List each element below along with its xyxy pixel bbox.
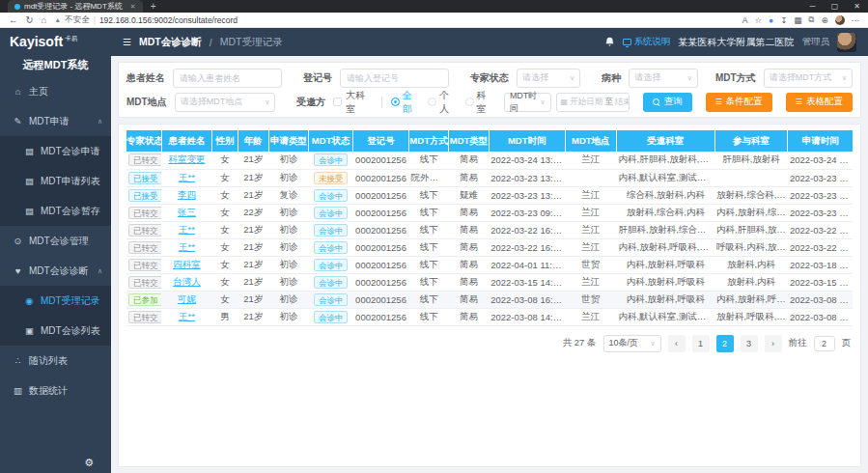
- radio-personal[interactable]: 个人: [428, 89, 456, 116]
- table-row[interactable]: 已接受李四女21岁复诊会诊中0002001256线下疑难2022-03-23 1…: [126, 186, 853, 204]
- radio-all[interactable]: 全部: [391, 89, 419, 116]
- mdt-mode-select[interactable]: 请选择MDT方式 ∨: [764, 69, 853, 88]
- download-icon[interactable]: ↧: [780, 15, 787, 25]
- patient-name-link[interactable]: 王**: [179, 241, 195, 252]
- patient-name-cell[interactable]: 李四: [161, 186, 212, 204]
- more-menu-icon[interactable]: ⋯: [852, 15, 860, 25]
- patient-name-link[interactable]: 王**: [179, 311, 195, 321]
- next-page-button[interactable]: ›: [765, 335, 782, 352]
- table-row[interactable]: 已转交台湾人女21岁初诊会诊中0002001256线下简易2022-03-15 …: [126, 273, 853, 291]
- expert-status-cell: 已转交: [126, 221, 161, 238]
- patient-name-cell[interactable]: 科室变更: [161, 152, 212, 169]
- condition-config-button[interactable]: ☰ 条件配置: [706, 93, 772, 112]
- page-buttons: 123: [692, 335, 758, 352]
- patient-name-link[interactable]: 王**: [179, 172, 195, 182]
- menu-collapse-icon[interactable]: ☰: [123, 37, 131, 47]
- settings-gear-icon[interactable]: ⚙: [84, 457, 94, 469]
- radio-dot: [465, 97, 474, 106]
- gender-cell: 女: [212, 256, 238, 273]
- table-row[interactable]: 已接受王**女21岁初诊未接受0002001256院外线上简易2022-03-2…: [126, 169, 853, 186]
- sidebar-item-mdt-consult-draft[interactable]: ▤MDT会诊暂存: [0, 196, 111, 226]
- window-maximize-button[interactable]: ▢: [824, 2, 846, 11]
- dept-checkbox[interactable]: [333, 97, 342, 106]
- patient-name-cell[interactable]: 王**: [161, 308, 212, 325]
- profile-sync-icon[interactable]: ●: [769, 15, 773, 25]
- mdt-status-tag: 会诊中: [314, 311, 349, 323]
- heart-icon: ♥: [13, 265, 23, 276]
- back-icon[interactable]: ←: [9, 15, 18, 25]
- tab-close-icon[interactable]: ✕: [130, 3, 136, 11]
- home-icon[interactable]: ⌂: [41, 15, 46, 25]
- sidebar-item-statistics[interactable]: ▥数据统计: [0, 376, 111, 405]
- config-icon: ☰: [715, 97, 722, 106]
- page-size-select[interactable]: 10条/页 ∨: [603, 335, 661, 352]
- window-minimize-button[interactable]: ─: [801, 2, 824, 11]
- sidebar-item-mdt-accept-record[interactable]: ◉MDT受理记录: [0, 286, 111, 316]
- table-row[interactable]: 已转交王**男21岁初诊会诊中0002001256线下简易2022-03-08 …: [126, 308, 853, 325]
- sidebar-item-mdt-manage[interactable]: ⊙MDT会诊管理: [0, 226, 111, 256]
- window-close-button[interactable]: ✕: [846, 2, 868, 11]
- mdt-place-select[interactable]: 请选择MDT地点 ∨: [175, 93, 276, 112]
- breadcrumb-current[interactable]: MDT受理记录: [220, 36, 283, 49]
- patient-name-cell[interactable]: 张三: [161, 204, 212, 221]
- table-row[interactable]: 已转交科室变更女21岁初诊会诊中0002001256线下简易2022-03-24…: [126, 152, 853, 169]
- table-row[interactable]: 已转交王**女21岁初诊会诊中0002001256线下简易2022-03-22 …: [126, 238, 853, 256]
- copy-icon[interactable]: ⧉: [808, 14, 814, 25]
- sidebar-item-mdt-apply[interactable]: ✎MDT申请∧: [0, 106, 111, 136]
- goto-page-input[interactable]: [814, 336, 835, 351]
- patient-name-cell[interactable]: 台湾人: [161, 273, 212, 291]
- sidebar-item-followup-list[interactable]: ∴随访列表: [0, 346, 111, 376]
- radio-dept[interactable]: 科室: [465, 89, 493, 116]
- table-row[interactable]: 已转交王**女21岁初诊会诊中0002001256线下简易2022-03-22 …: [126, 221, 853, 238]
- patient-name-cell[interactable]: 王**: [161, 169, 212, 186]
- mdt-status-tag: 会诊中: [314, 153, 349, 166]
- patient-name-link[interactable]: 台湾人: [173, 276, 201, 287]
- reg-no-input[interactable]: [340, 69, 449, 88]
- table-row[interactable]: 已转交四科室女21岁初诊会诊中0002001256线下简易2022-04-01 …: [126, 256, 853, 273]
- browser-tab[interactable]: mdt受理记录 - 远程MDT系统 ✕: [8, 0, 143, 13]
- table-config-button[interactable]: ☰ 表格配置: [786, 93, 853, 112]
- patient-name-link[interactable]: 王**: [179, 224, 195, 235]
- patient-name-link[interactable]: 科室变更: [168, 153, 205, 164]
- browser-profile-avatar[interactable]: [835, 15, 845, 25]
- bell-icon[interactable]: [604, 37, 615, 47]
- patient-name-link[interactable]: 李四: [178, 189, 196, 200]
- patient-name-link[interactable]: 可妮: [178, 293, 196, 304]
- table-row[interactable]: 已参加可妮女21岁初诊会诊中0002001256线下简易2022-03-08 1…: [126, 291, 853, 308]
- extensions-icon[interactable]: ⊕: [821, 15, 827, 25]
- page-button-2[interactable]: 2: [716, 335, 734, 352]
- read-aloud-icon[interactable]: A: [742, 15, 748, 25]
- sidebar-item-mdt-apply-list[interactable]: ▤MDT申请列表: [0, 166, 111, 196]
- doc-icon: ▤: [24, 206, 35, 216]
- refresh-icon[interactable]: ↻: [26, 15, 34, 25]
- table-row[interactable]: 已转交张三女22岁初诊会诊中0002001256线下简易2022-03-23 0…: [126, 204, 853, 221]
- favorite-star-icon[interactable]: ☆: [754, 15, 762, 25]
- patient-name-cell[interactable]: 王**: [161, 221, 212, 238]
- sidebar-item-home[interactable]: ⌂主页: [0, 76, 111, 106]
- system-help-link[interactable]: 系统说明: [623, 36, 671, 48]
- patient-name-link[interactable]: 四科室: [173, 259, 201, 269]
- patient-name-link[interactable]: 张三: [178, 207, 196, 217]
- patient-name-input[interactable]: [173, 69, 282, 88]
- patient-name-cell[interactable]: 王**: [161, 238, 212, 256]
- search-button[interactable]: 查询: [643, 93, 692, 112]
- patient-name-cell[interactable]: 可妮: [161, 291, 212, 308]
- prev-page-button[interactable]: ‹: [668, 335, 686, 352]
- address-bar[interactable]: ▲ 不安全 | 192.168.0.156:9002/consultate/re…: [54, 14, 734, 26]
- date-range-picker[interactable]: ▦ 开始日期 至 结束日期: [556, 93, 630, 112]
- expert-status-select[interactable]: 请选择 ∨: [517, 69, 580, 88]
- sidebar-item-mdt-diagnosis[interactable]: ♥MDT会诊诊断∧: [0, 256, 111, 286]
- user-avatar[interactable]: [837, 33, 856, 52]
- disease-select[interactable]: 请选择 ∨: [629, 69, 698, 88]
- mdt-status-cell: 会诊中: [309, 221, 353, 238]
- new-tab-button[interactable]: +: [151, 1, 156, 12]
- page-button-3[interactable]: 3: [741, 335, 758, 352]
- apps-icon[interactable]: ▦: [794, 15, 801, 25]
- sidebar-item-mdt-consult-apply[interactable]: ▤MDT会诊申请: [0, 136, 111, 166]
- page-button-1[interactable]: 1: [692, 335, 710, 352]
- mdt-place-label: MDT地点: [126, 96, 167, 109]
- time-field-select[interactable]: MDT时间 ∨: [504, 93, 551, 112]
- patient-name-cell[interactable]: 四科室: [161, 256, 212, 273]
- radio-dot: [391, 97, 400, 106]
- sidebar-item-mdt-consult-list[interactable]: ▣MDT会诊列表: [0, 316, 111, 346]
